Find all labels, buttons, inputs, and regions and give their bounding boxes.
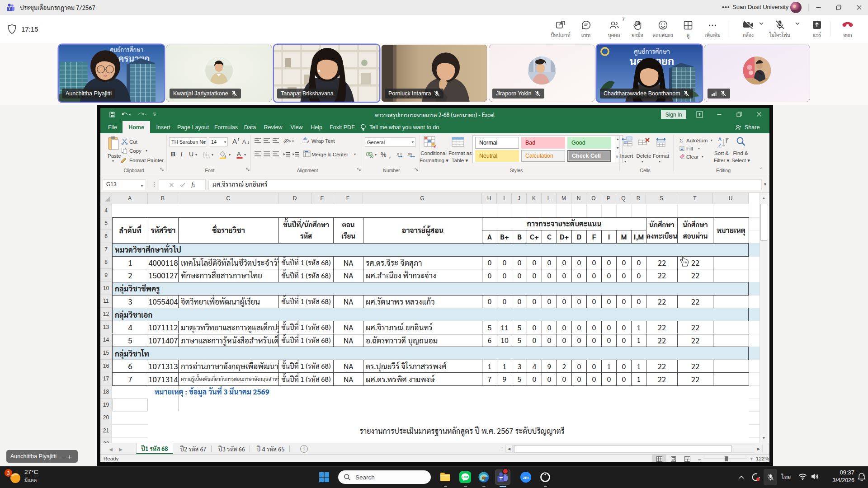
cell-grade-C-row11[interactable]: 0 (542, 295, 557, 308)
screen-record-icon[interactable] (751, 472, 761, 482)
excel-close-icon[interactable] (756, 111, 762, 117)
underline-button[interactable]: U (189, 150, 193, 158)
cell-grade-D-row13[interactable]: 0 (571, 321, 586, 334)
toolbar-button-chat[interactable]: แชท (573, 18, 599, 41)
row-header-15[interactable]: 15 (100, 347, 112, 360)
cell-grade-I,M-row13[interactable]: 1 (631, 321, 646, 334)
tab-splitter-dots[interactable]: ⋮ (500, 446, 505, 451)
sheet-tab-active[interactable]: ปี1 รหัส 68 (136, 443, 173, 454)
fill-icon[interactable] (679, 145, 685, 151)
cell-remark-row16[interactable] (713, 360, 749, 373)
row-header-11[interactable]: 11 (100, 295, 112, 308)
cell-grade-C-row16[interactable]: 9 (542, 360, 557, 373)
cell-grade-D+-row11[interactable]: 0 (557, 295, 571, 308)
cell-grade-C+-row17[interactable]: 0 (527, 372, 542, 385)
column-header-F[interactable]: F (333, 193, 363, 204)
toolbar-button-react[interactable]: ตอบสนอง (650, 18, 675, 41)
excel-minimize-icon[interactable] (716, 111, 722, 117)
format-cells-icon[interactable] (655, 136, 667, 148)
merge-center-icon[interactable] (303, 150, 311, 157)
cell-grade-D-row9[interactable]: 0 (571, 269, 586, 282)
taskbar-search[interactable]: Search (338, 470, 431, 484)
obs-app-icon[interactable] (538, 469, 553, 485)
column-header-L[interactable]: L (542, 193, 557, 204)
cell-grade-A-row11[interactable]: 0 (482, 295, 497, 308)
gallery-up-icon[interactable]: ▲ (616, 137, 619, 141)
horizontal-scroll-thumb[interactable] (514, 445, 731, 452)
cell-grade-I,M-row11[interactable]: 0 (631, 295, 646, 308)
cell-sec-row13[interactable]: NA (333, 321, 363, 334)
cell-grade-A-row17[interactable]: 7 (482, 372, 497, 385)
cell-grade-I,M-row16[interactable]: 1 (631, 360, 646, 373)
cell-grade-D+-row14[interactable]: 0 (557, 334, 571, 347)
notification-bell-icon[interactable]: z (857, 472, 866, 482)
camera-button[interactable]: กล้อง (734, 18, 762, 41)
cell-no-row13[interactable]: 4 (112, 321, 148, 334)
column-header-A[interactable]: A (112, 193, 148, 204)
leave-button[interactable]: ออก (834, 18, 862, 41)
column-header-U[interactable]: U (713, 193, 749, 204)
row-header-5[interactable]: 5 (100, 217, 112, 230)
cell-style-check-cell[interactable]: Check Cell (567, 150, 611, 162)
cell-grade-F-row8[interactable]: 0 (586, 256, 601, 269)
titlebar-more-icon[interactable]: ••• (722, 4, 730, 11)
zoom-level[interactable]: 122% (756, 456, 769, 461)
decrease-indent-icon[interactable] (283, 151, 290, 157)
vertical-scroll-thumb[interactable] (760, 204, 767, 241)
clear-label[interactable]: Clear (686, 154, 698, 160)
format-painter-icon[interactable] (120, 157, 127, 164)
wrap-text-label[interactable]: Wrap Text (311, 138, 335, 144)
row-header-7[interactable]: 7 (100, 243, 112, 256)
cell-passed-row14[interactable]: 22 (677, 334, 713, 347)
cell-grade-C+-row9[interactable]: 0 (527, 269, 542, 282)
insert-function-icon[interactable]: fx (191, 181, 195, 188)
view-normal-button[interactable] (652, 455, 666, 462)
format-cells-label[interactable]: Format (651, 153, 671, 159)
cell-grade-B-row16[interactable]: 3 (512, 360, 527, 373)
cell-code-row8[interactable]: 4000118 (148, 256, 178, 269)
cell-grade-I-row14[interactable]: 0 (601, 334, 616, 347)
cell-no-row16[interactable]: 6 (112, 360, 148, 373)
cell-grade-M-row9[interactable]: 0 (616, 269, 631, 282)
row-header-12[interactable]: 12 (100, 308, 112, 321)
align-right-icon[interactable] (272, 151, 279, 157)
cell-grade-D+-row8[interactable]: 0 (557, 256, 571, 269)
report-line[interactable]: รายงานการประเมินมาตรฐานหลักสูตร ปี พ.ศ. … (281, 424, 643, 437)
menu-tab-file[interactable]: File (105, 121, 120, 133)
sheet-tab[interactable]: ปี2 รหัส 67 (176, 443, 210, 454)
cell-remark-row13[interactable] (713, 321, 749, 334)
cell-grade-I-row11[interactable]: 0 (601, 295, 616, 308)
column-header-J[interactable]: J (512, 193, 527, 204)
cell-grade-A-row13[interactable]: 5 (482, 321, 497, 334)
autosum-icon[interactable]: Σ (679, 137, 685, 143)
cell-grade-B-row8[interactable]: 0 (512, 256, 527, 269)
toolbar-button-popout[interactable]: ป็อปเอาท์ (548, 18, 573, 41)
confirm-formula-icon[interactable] (180, 183, 185, 187)
cell-remark-row8[interactable] (713, 256, 749, 269)
cell-registered-row14[interactable]: 22 (646, 334, 677, 347)
align-center-icon[interactable] (263, 151, 270, 157)
participant-tile[interactable]: Kwanjai Jariyatatkone (166, 45, 272, 102)
cell-sec-row17[interactable]: NA (333, 372, 363, 385)
menu-tab-formulas[interactable]: Formulas (212, 121, 240, 133)
increase-decimal-icon[interactable]: .00 (396, 151, 406, 158)
cell-grade-M-row13[interactable]: 0 (616, 321, 631, 334)
volume-icon[interactable] (811, 473, 819, 480)
merge-center-label[interactable]: Merge & Center (311, 152, 348, 157)
participant-tile[interactable]: Jiraporn Yokin (489, 45, 594, 102)
cell-grade-I-row13[interactable]: 0 (601, 321, 616, 334)
dialog-launcher-icon[interactable] (357, 168, 362, 172)
cell-grade-B+-row8[interactable]: 0 (497, 256, 512, 269)
cell-grade-I-row9[interactable]: 0 (601, 269, 616, 282)
cell-sec-row8[interactable]: NA (333, 256, 363, 269)
percent-style-button[interactable]: % (381, 151, 386, 158)
row-header-16[interactable]: 16 (100, 360, 112, 373)
italic-button[interactable]: I (180, 150, 183, 158)
cell-grade-C-row17[interactable]: 0 (542, 372, 557, 385)
account-avatar[interactable] (790, 2, 802, 13)
cell-grade-M-row14[interactable]: 0 (616, 334, 631, 347)
vertical-scrollbar[interactable]: ▲▼ (760, 193, 768, 443)
format-as-table-icon[interactable] (451, 136, 466, 149)
row-header-6[interactable]: 6 (100, 230, 112, 243)
cell-grade-F-row14[interactable]: 0 (586, 334, 601, 347)
